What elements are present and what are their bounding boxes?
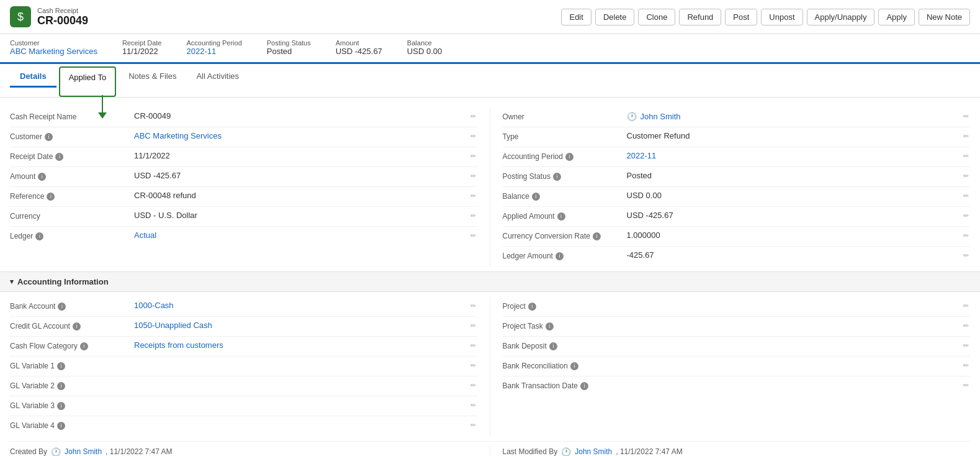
receipt-date-edit-icon[interactable]: ✏ — [469, 151, 477, 162]
bank-deposit-edit-icon[interactable]: ✏ — [962, 340, 970, 351]
field-receipt-date: Receipt Date i 11/1/2022 ✏ — [10, 147, 477, 167]
bank-transaction-date-label: Bank Transaction Date i — [503, 380, 627, 390]
meta-receipt-date-label: Receipt Date — [122, 39, 162, 47]
gl-variable-1-label: GL Variable 1 i — [10, 360, 134, 370]
gl-variable-1-edit-icon[interactable]: ✏ — [469, 360, 477, 371]
right-column: Owner 🕐 John Smith ✏ Type Customer Refun… — [490, 107, 971, 267]
ledger-amount-edit-icon[interactable]: ✏ — [962, 250, 970, 261]
meta-amount-value: USD -425.67 — [336, 47, 382, 56]
clone-button[interactable]: Clone — [638, 9, 675, 25]
receipt-date-info-icon: i — [55, 153, 63, 161]
tab-all-activities[interactable]: All Activities — [186, 64, 249, 97]
field-reference: Reference i CR-00048 refund ✏ — [10, 187, 477, 207]
project-task-label: Project Task i — [503, 321, 627, 331]
accounting-period-info-icon: i — [565, 153, 573, 161]
amount-edit-icon[interactable]: ✏ — [469, 171, 477, 181]
currency-conversion-edit-icon[interactable]: ✏ — [962, 230, 970, 241]
tab-applied-to[interactable]: Applied To — [59, 66, 116, 97]
last-modified-date: , 11/1/2022 7:47 AM — [616, 447, 682, 456]
post-button[interactable]: Post — [725, 9, 757, 25]
cash-flow-category-value[interactable]: Receipts from customers — [134, 340, 469, 350]
fields-grid: Cash Receipt Name CR-00049 ✏ Customer i … — [10, 107, 970, 267]
meta-customer-label: Customer — [10, 39, 97, 47]
refund-button[interactable]: Refund — [679, 9, 721, 25]
ledger-edit-icon[interactable]: ✏ — [469, 230, 477, 241]
content-area: Cash Receipt Name CR-00049 ✏ Customer i … — [0, 98, 980, 456]
balance-edit-icon[interactable]: ✏ — [962, 191, 970, 201]
credit-gl-account-value[interactable]: 1050-Unapplied Cash — [134, 321, 469, 330]
created-by-value[interactable]: John Smith — [65, 447, 102, 456]
accounting-left-column: Bank Account i 1000-Cash ✏ Credit GL Acc… — [10, 297, 490, 436]
apply-button[interactable]: Apply — [878, 9, 915, 25]
meta-amount: Amount USD -425.67 — [336, 39, 382, 56]
created-by-clock-icon: 🕐 — [51, 447, 61, 456]
accounting-period-value[interactable]: 2022-11 — [627, 151, 963, 160]
applied-amount-value: USD -425.67 — [627, 211, 963, 220]
field-owner: Owner 🕐 John Smith ✏ — [503, 107, 971, 127]
created-by-date: , 11/1/2022 7:47 AM — [106, 447, 172, 456]
bank-account-edit-icon[interactable]: ✏ — [469, 301, 477, 311]
tab-details[interactable]: Details — [10, 64, 56, 97]
owner-edit-icon[interactable]: ✏ — [962, 111, 970, 122]
reference-edit-icon[interactable]: ✏ — [469, 191, 477, 201]
posting-status-value: Posted — [627, 171, 963, 180]
reference-info-icon: i — [47, 193, 55, 201]
bank-transaction-date-info-icon: i — [580, 382, 588, 390]
cash-receipt-name-edit-icon[interactable]: ✏ — [469, 111, 477, 122]
meta-accounting-period: Accounting Period 2022-11 — [186, 39, 241, 56]
accounting-period-edit-icon[interactable]: ✏ — [962, 151, 970, 162]
field-gl-variable-4: GL Variable 4 i ✏ — [10, 416, 477, 436]
cash-receipt-icon: $ — [10, 6, 31, 27]
meta-amount-label: Amount — [336, 39, 382, 47]
applied-amount-edit-icon[interactable]: ✏ — [962, 211, 970, 221]
currency-edit-icon[interactable]: ✏ — [469, 211, 477, 221]
unpost-button[interactable]: Unpost — [761, 9, 802, 25]
bank-reconciliation-edit-icon[interactable]: ✏ — [962, 360, 970, 371]
gl-variable-2-edit-icon[interactable]: ✏ — [469, 380, 477, 391]
delete-button[interactable]: Delete — [595, 9, 635, 25]
created-by-section: Created By 🕐 John Smith , 11/1/2022 7:47… — [10, 447, 490, 456]
type-edit-icon[interactable]: ✏ — [962, 131, 970, 142]
project-task-edit-icon[interactable]: ✏ — [962, 321, 970, 331]
field-applied-amount: Applied Amount i USD -425.67 ✏ — [503, 207, 971, 227]
customer-value[interactable]: ABC Marketing Services — [134, 131, 469, 140]
owner-value[interactable]: 🕐 John Smith — [627, 111, 963, 121]
cash-flow-category-edit-icon[interactable]: ✏ — [469, 340, 477, 351]
gl-variable-1-info-icon: i — [57, 362, 65, 370]
meta-receipt-date: Receipt Date 11/1/2022 — [122, 39, 162, 56]
customer-edit-icon[interactable]: ✏ — [469, 131, 477, 142]
apply-unapply-button[interactable]: Apply/Unapply — [807, 9, 875, 25]
tab-notes-files[interactable]: Notes & Files — [119, 64, 186, 97]
new-note-button[interactable]: New Note — [919, 9, 970, 25]
balance-label: Balance i — [503, 191, 627, 201]
meta-customer-value[interactable]: ABC Marketing Services — [10, 47, 97, 56]
gl-variable-3-edit-icon[interactable]: ✏ — [469, 400, 477, 411]
field-gl-variable-1: GL Variable 1 i ✏ — [10, 357, 477, 376]
field-accounting-period: Accounting Period i 2022-11 ✏ — [503, 147, 971, 167]
section-chevron-icon[interactable]: ▾ — [10, 278, 14, 286]
bank-account-info-icon: i — [58, 303, 66, 311]
ledger-value[interactable]: Actual — [134, 230, 469, 240]
field-amount: Amount i USD -425.67 ✏ — [10, 167, 477, 187]
posting-status-edit-icon[interactable]: ✏ — [962, 171, 970, 181]
meta-accounting-period-value[interactable]: 2022-11 — [186, 47, 241, 56]
last-modified-value[interactable]: John Smith — [575, 447, 612, 456]
meta-accounting-period-label: Accounting Period — [186, 39, 241, 47]
record-title: CR-00049 — [37, 14, 88, 27]
created-by-label: Created By — [10, 447, 47, 456]
gl-variable-4-info-icon: i — [57, 422, 65, 430]
accounting-period-label: Accounting Period i — [503, 151, 627, 161]
top-bar: $ Cash Receipt CR-00049 Edit Delete Clon… — [0, 0, 980, 34]
project-label: Project i — [503, 301, 627, 311]
credit-gl-account-edit-icon[interactable]: ✏ — [469, 321, 477, 331]
field-ledger-amount: Ledger Amount i -425.67 ✏ — [503, 247, 971, 267]
project-edit-icon[interactable]: ✏ — [962, 301, 970, 311]
field-gl-variable-2: GL Variable 2 i ✏ — [10, 376, 477, 396]
last-modified-section: Last Modified By 🕐 John Smith , 11/1/202… — [490, 447, 971, 456]
bank-account-value[interactable]: 1000-Cash — [134, 301, 469, 310]
bank-transaction-date-edit-icon[interactable]: ✏ — [962, 380, 970, 391]
field-cash-receipt-name: Cash Receipt Name CR-00049 ✏ — [10, 107, 477, 127]
field-bank-transaction-date: Bank Transaction Date i ✏ — [503, 376, 971, 396]
gl-variable-4-edit-icon[interactable]: ✏ — [469, 420, 477, 431]
edit-button[interactable]: Edit — [561, 9, 591, 25]
